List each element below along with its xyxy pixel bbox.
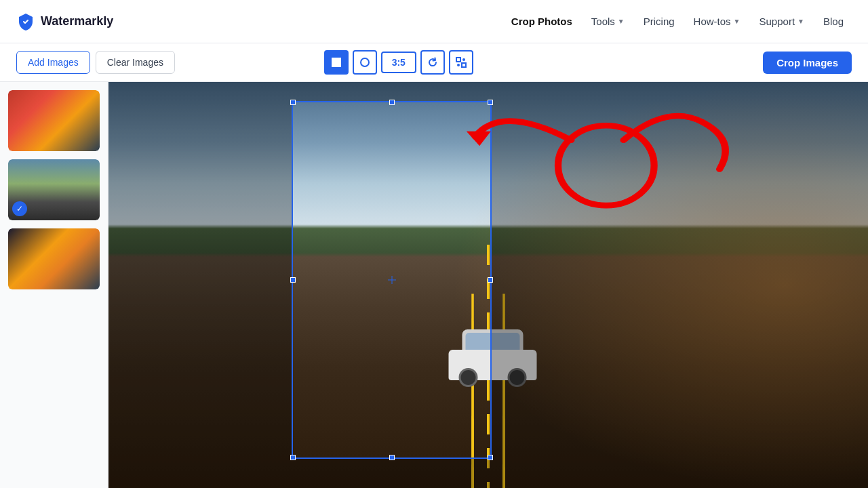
crop-handle-left-mid[interactable] xyxy=(290,277,296,283)
nav-items: Crop Photos Tools ▼ Pricing How-tos ▼ Su… xyxy=(503,12,852,31)
crop-images-button[interactable]: Crop Images xyxy=(763,52,852,74)
clear-images-button[interactable]: Clear Images xyxy=(96,51,175,74)
nav-item-crop-photos[interactable]: Crop Photos xyxy=(503,12,580,31)
circle-shape-button[interactable] xyxy=(353,50,377,75)
nav-label-crop-photos: Crop Photos xyxy=(511,16,572,27)
thumb-image-3 xyxy=(8,228,100,289)
rectangle-shape-button[interactable] xyxy=(324,50,349,75)
nav-item-tools[interactable]: Tools ▼ xyxy=(583,12,633,31)
crop-handle-top-left[interactable] xyxy=(290,100,296,105)
nav-label-tools: Tools xyxy=(591,16,615,27)
toolbar-center: 3:5 xyxy=(324,50,473,75)
chevron-down-icon-support: ▼ xyxy=(797,18,804,25)
settings-button[interactable] xyxy=(449,50,473,75)
toolbar: Add Images Clear Images 3:5 xyxy=(0,43,868,82)
crop-handle-bottom-mid[interactable] xyxy=(389,455,395,460)
toolbar-left: Add Images Clear Images xyxy=(16,51,175,74)
svg-rect-3 xyxy=(462,63,466,67)
svg-rect-0 xyxy=(332,58,341,67)
chevron-down-icon-howtos: ▼ xyxy=(734,18,741,25)
crop-center-crosshair-h xyxy=(388,280,396,281)
road-line-right xyxy=(502,294,505,488)
car-wheel-right xyxy=(508,368,527,387)
nav-label-blog: Blog xyxy=(823,16,844,27)
canvas-area xyxy=(108,82,868,488)
nav-label-how-tos: How-tos xyxy=(694,16,731,27)
rotate-button[interactable] xyxy=(420,50,445,75)
crop-handle-top-mid[interactable] xyxy=(389,100,395,105)
nav-item-pricing[interactable]: Pricing xyxy=(635,12,683,31)
brand: Watermarkly xyxy=(16,12,113,31)
navbar: Watermarkly Crop Photos Tools ▼ Pricing … xyxy=(0,0,868,43)
crop-handle-top-right[interactable] xyxy=(488,100,493,105)
svg-point-4 xyxy=(462,58,465,61)
rectangle-icon xyxy=(330,56,342,68)
selected-check-badge: ✓ xyxy=(12,201,27,216)
shield-icon xyxy=(16,12,35,31)
add-images-button[interactable]: Add Images xyxy=(16,51,90,74)
thumb-image-1 xyxy=(8,90,100,151)
svg-rect-2 xyxy=(456,58,460,62)
svg-point-5 xyxy=(457,64,460,66)
crop-settings-icon xyxy=(455,56,467,68)
main-layout: ✓ xyxy=(0,82,868,488)
thumbnail-2[interactable]: ✓ xyxy=(8,159,100,220)
crop-box[interactable] xyxy=(292,101,492,459)
rotate-icon xyxy=(427,56,439,68)
nav-item-blog[interactable]: Blog xyxy=(815,12,852,31)
nav-item-support[interactable]: Support ▼ xyxy=(751,12,812,31)
svg-point-1 xyxy=(361,58,369,66)
nav-label-pricing: Pricing xyxy=(644,16,675,27)
crop-handle-right-mid[interactable] xyxy=(488,277,493,283)
crop-handle-bottom-left[interactable] xyxy=(290,455,296,460)
circle-icon xyxy=(359,56,371,68)
thumbnail-1[interactable] xyxy=(8,90,100,151)
crop-handle-bottom-right[interactable] xyxy=(488,455,493,460)
ratio-button[interactable]: 3:5 xyxy=(381,52,416,73)
sidebar: ✓ xyxy=(0,82,108,488)
thumbnail-3[interactable] xyxy=(8,228,100,289)
brand-name: Watermarkly xyxy=(41,14,113,28)
nav-label-support: Support xyxy=(760,16,795,27)
chevron-down-icon: ▼ xyxy=(618,18,625,25)
nav-item-how-tos[interactable]: How-tos ▼ xyxy=(686,12,749,31)
